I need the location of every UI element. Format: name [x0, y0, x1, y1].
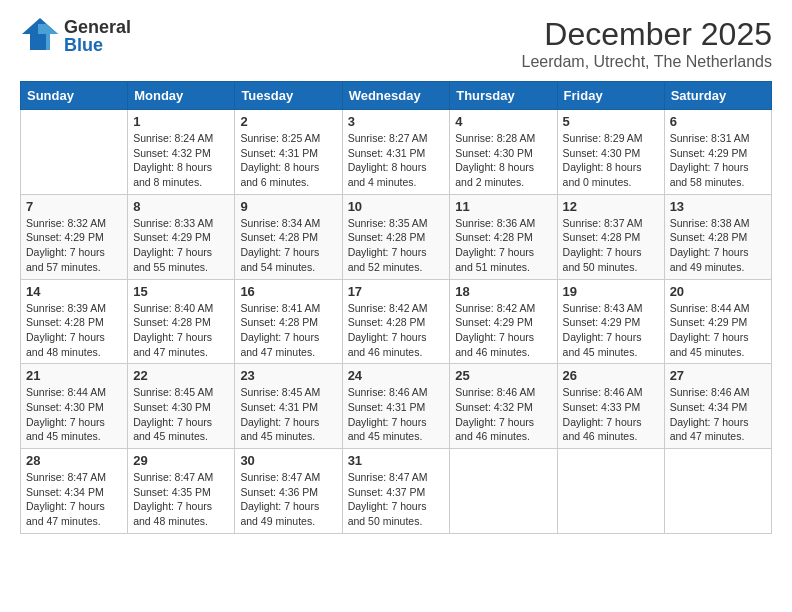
day-number: 18 — [455, 284, 551, 299]
day-number: 6 — [670, 114, 766, 129]
day-number: 1 — [133, 114, 229, 129]
calendar-week-row: 7Sunrise: 8:32 AMSunset: 4:29 PMDaylight… — [21, 194, 772, 279]
day-number: 14 — [26, 284, 122, 299]
day-info: Sunrise: 8:25 AMSunset: 4:31 PMDaylight:… — [240, 131, 336, 190]
calendar-week-row: 21Sunrise: 8:44 AMSunset: 4:30 PMDayligh… — [21, 364, 772, 449]
calendar-day-cell: 4Sunrise: 8:28 AMSunset: 4:30 PMDaylight… — [450, 110, 557, 195]
day-info: Sunrise: 8:47 AMSunset: 4:34 PMDaylight:… — [26, 470, 122, 529]
day-number: 8 — [133, 199, 229, 214]
calendar-day-cell: 2Sunrise: 8:25 AMSunset: 4:31 PMDaylight… — [235, 110, 342, 195]
day-info: Sunrise: 8:44 AMSunset: 4:30 PMDaylight:… — [26, 385, 122, 444]
calendar-day-cell: 13Sunrise: 8:38 AMSunset: 4:28 PMDayligh… — [664, 194, 771, 279]
day-number: 19 — [563, 284, 659, 299]
calendar-day-cell: 17Sunrise: 8:42 AMSunset: 4:28 PMDayligh… — [342, 279, 450, 364]
day-info: Sunrise: 8:33 AMSunset: 4:29 PMDaylight:… — [133, 216, 229, 275]
day-info: Sunrise: 8:37 AMSunset: 4:28 PMDaylight:… — [563, 216, 659, 275]
day-number: 11 — [455, 199, 551, 214]
calendar-day-cell: 27Sunrise: 8:46 AMSunset: 4:34 PMDayligh… — [664, 364, 771, 449]
calendar-day-cell: 23Sunrise: 8:45 AMSunset: 4:31 PMDayligh… — [235, 364, 342, 449]
day-number: 22 — [133, 368, 229, 383]
day-info: Sunrise: 8:46 AMSunset: 4:32 PMDaylight:… — [455, 385, 551, 444]
day-number: 30 — [240, 453, 336, 468]
calendar-day-cell: 21Sunrise: 8:44 AMSunset: 4:30 PMDayligh… — [21, 364, 128, 449]
logo-icon — [20, 16, 60, 56]
weekday-header-thursday: Thursday — [450, 82, 557, 110]
day-info: Sunrise: 8:28 AMSunset: 4:30 PMDaylight:… — [455, 131, 551, 190]
calendar-day-cell: 22Sunrise: 8:45 AMSunset: 4:30 PMDayligh… — [128, 364, 235, 449]
weekday-header-sunday: Sunday — [21, 82, 128, 110]
day-number: 10 — [348, 199, 445, 214]
day-number: 9 — [240, 199, 336, 214]
calendar-day-cell: 1Sunrise: 8:24 AMSunset: 4:32 PMDaylight… — [128, 110, 235, 195]
location-title: Leerdam, Utrecht, The Netherlands — [522, 53, 773, 71]
weekday-header-saturday: Saturday — [664, 82, 771, 110]
calendar-table: SundayMondayTuesdayWednesdayThursdayFrid… — [20, 81, 772, 534]
calendar-day-cell: 8Sunrise: 8:33 AMSunset: 4:29 PMDaylight… — [128, 194, 235, 279]
empty-cell — [664, 449, 771, 534]
day-number: 16 — [240, 284, 336, 299]
day-number: 24 — [348, 368, 445, 383]
day-number: 2 — [240, 114, 336, 129]
day-number: 4 — [455, 114, 551, 129]
day-info: Sunrise: 8:27 AMSunset: 4:31 PMDaylight:… — [348, 131, 445, 190]
calendar-day-cell: 30Sunrise: 8:47 AMSunset: 4:36 PMDayligh… — [235, 449, 342, 534]
day-info: Sunrise: 8:42 AMSunset: 4:29 PMDaylight:… — [455, 301, 551, 360]
calendar-day-cell: 16Sunrise: 8:41 AMSunset: 4:28 PMDayligh… — [235, 279, 342, 364]
calendar-week-row: 28Sunrise: 8:47 AMSunset: 4:34 PMDayligh… — [21, 449, 772, 534]
day-number: 17 — [348, 284, 445, 299]
day-number: 23 — [240, 368, 336, 383]
day-info: Sunrise: 8:35 AMSunset: 4:28 PMDaylight:… — [348, 216, 445, 275]
calendar-day-cell: 26Sunrise: 8:46 AMSunset: 4:33 PMDayligh… — [557, 364, 664, 449]
calendar-day-cell: 25Sunrise: 8:46 AMSunset: 4:32 PMDayligh… — [450, 364, 557, 449]
day-info: Sunrise: 8:36 AMSunset: 4:28 PMDaylight:… — [455, 216, 551, 275]
day-info: Sunrise: 8:45 AMSunset: 4:30 PMDaylight:… — [133, 385, 229, 444]
calendar-day-cell: 11Sunrise: 8:36 AMSunset: 4:28 PMDayligh… — [450, 194, 557, 279]
day-info: Sunrise: 8:47 AMSunset: 4:36 PMDaylight:… — [240, 470, 336, 529]
day-info: Sunrise: 8:41 AMSunset: 4:28 PMDaylight:… — [240, 301, 336, 360]
day-number: 13 — [670, 199, 766, 214]
day-number: 26 — [563, 368, 659, 383]
calendar-week-row: 1Sunrise: 8:24 AMSunset: 4:32 PMDaylight… — [21, 110, 772, 195]
day-number: 12 — [563, 199, 659, 214]
calendar-day-cell: 6Sunrise: 8:31 AMSunset: 4:29 PMDaylight… — [664, 110, 771, 195]
calendar-day-cell: 5Sunrise: 8:29 AMSunset: 4:30 PMDaylight… — [557, 110, 664, 195]
day-info: Sunrise: 8:42 AMSunset: 4:28 PMDaylight:… — [348, 301, 445, 360]
calendar-day-cell: 9Sunrise: 8:34 AMSunset: 4:28 PMDaylight… — [235, 194, 342, 279]
calendar-week-row: 14Sunrise: 8:39 AMSunset: 4:28 PMDayligh… — [21, 279, 772, 364]
day-info: Sunrise: 8:32 AMSunset: 4:29 PMDaylight:… — [26, 216, 122, 275]
logo-text: General Blue — [64, 18, 131, 54]
day-number: 29 — [133, 453, 229, 468]
day-number: 15 — [133, 284, 229, 299]
day-info: Sunrise: 8:43 AMSunset: 4:29 PMDaylight:… — [563, 301, 659, 360]
calendar-day-cell: 3Sunrise: 8:27 AMSunset: 4:31 PMDaylight… — [342, 110, 450, 195]
day-info: Sunrise: 8:47 AMSunset: 4:35 PMDaylight:… — [133, 470, 229, 529]
empty-cell — [557, 449, 664, 534]
weekday-header-monday: Monday — [128, 82, 235, 110]
day-info: Sunrise: 8:31 AMSunset: 4:29 PMDaylight:… — [670, 131, 766, 190]
day-info: Sunrise: 8:46 AMSunset: 4:33 PMDaylight:… — [563, 385, 659, 444]
day-info: Sunrise: 8:47 AMSunset: 4:37 PMDaylight:… — [348, 470, 445, 529]
calendar-day-cell: 20Sunrise: 8:44 AMSunset: 4:29 PMDayligh… — [664, 279, 771, 364]
day-info: Sunrise: 8:40 AMSunset: 4:28 PMDaylight:… — [133, 301, 229, 360]
day-info: Sunrise: 8:34 AMSunset: 4:28 PMDaylight:… — [240, 216, 336, 275]
weekday-header-tuesday: Tuesday — [235, 82, 342, 110]
day-info: Sunrise: 8:44 AMSunset: 4:29 PMDaylight:… — [670, 301, 766, 360]
calendar-day-cell: 19Sunrise: 8:43 AMSunset: 4:29 PMDayligh… — [557, 279, 664, 364]
month-title: December 2025 — [522, 16, 773, 53]
calendar-day-cell: 10Sunrise: 8:35 AMSunset: 4:28 PMDayligh… — [342, 194, 450, 279]
day-info: Sunrise: 8:39 AMSunset: 4:28 PMDaylight:… — [26, 301, 122, 360]
calendar-day-cell: 15Sunrise: 8:40 AMSunset: 4:28 PMDayligh… — [128, 279, 235, 364]
calendar-day-cell: 18Sunrise: 8:42 AMSunset: 4:29 PMDayligh… — [450, 279, 557, 364]
empty-cell — [450, 449, 557, 534]
day-number: 31 — [348, 453, 445, 468]
weekday-header-wednesday: Wednesday — [342, 82, 450, 110]
calendar-day-cell: 29Sunrise: 8:47 AMSunset: 4:35 PMDayligh… — [128, 449, 235, 534]
day-number: 25 — [455, 368, 551, 383]
day-number: 27 — [670, 368, 766, 383]
calendar-day-cell: 7Sunrise: 8:32 AMSunset: 4:29 PMDaylight… — [21, 194, 128, 279]
calendar-day-cell: 24Sunrise: 8:46 AMSunset: 4:31 PMDayligh… — [342, 364, 450, 449]
day-info: Sunrise: 8:29 AMSunset: 4:30 PMDaylight:… — [563, 131, 659, 190]
day-info: Sunrise: 8:38 AMSunset: 4:28 PMDaylight:… — [670, 216, 766, 275]
day-number: 7 — [26, 199, 122, 214]
day-info: Sunrise: 8:24 AMSunset: 4:32 PMDaylight:… — [133, 131, 229, 190]
